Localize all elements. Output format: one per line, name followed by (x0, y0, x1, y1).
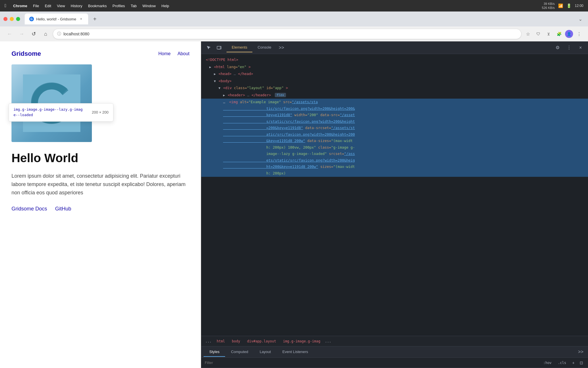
new-tab-button[interactable]: + (90, 15, 99, 23)
github-link[interactable]: GitHub (55, 206, 71, 212)
layout-tab[interactable]: Layout (254, 347, 276, 357)
devtools-settings-button[interactable]: ⚙ (552, 43, 563, 53)
wifi-icon: 📶 (558, 3, 563, 8)
nav-bar: ← → ↺ ⌂ ⓘ localhost:8080 ☆ 🛡 ⊻ 🧩 👤 ⋮ (0, 26, 588, 41)
url-text: localhost:8080 (63, 32, 517, 36)
menubar-window[interactable]: Window (142, 4, 156, 8)
menubar-right: 39 KB/s526 KB/s 📶 🔋 12:00 (542, 2, 583, 10)
filter-bar: :hov .cls + ⊡ (201, 358, 588, 368)
html-head-line[interactable]: ▶ <head> … </head> (201, 70, 588, 78)
extensions-icon[interactable]: 🧩 (555, 30, 563, 38)
devtools-close-button[interactable]: × (575, 43, 586, 53)
svg-rect-2 (218, 49, 220, 49)
browser-tab-active[interactable]: G Hello, world! - Gridsome × (25, 14, 88, 24)
head-triangle[interactable]: ▶ (214, 72, 216, 76)
tab-bar: G Hello, world! - Gridsome × + ⌄ (0, 12, 588, 26)
div-triangle[interactable]: ▼ (218, 86, 220, 90)
devtools-tabs: Elements Console >> (227, 43, 287, 52)
page-footer-links: Gridsome Docs GitHub (11, 206, 189, 212)
inspect-element-button[interactable] (204, 43, 214, 53)
cls-filter-button[interactable]: .cls (556, 360, 568, 365)
html-img-line[interactable]: … <img alt="Example image" src="/assets/… (201, 99, 588, 177)
add-style-button[interactable]: + (570, 360, 577, 366)
devtools-topbar: Elements Console >> ⚙ ⋮ × (201, 41, 588, 54)
menubar-bookmarks[interactable]: Bookmarks (88, 4, 107, 8)
elements-panel[interactable]: <!DOCTYPE html> ▶ <html lang="en" > ▶ <h… (201, 54, 588, 336)
menubar-chrome[interactable]: Chrome (13, 4, 27, 8)
page-paragraph: Lorem ipsum dolor sit amet, consectetur … (11, 172, 189, 197)
address-bar[interactable]: ⓘ localhost:8080 (53, 29, 521, 39)
html-triangle[interactable]: ▶ (209, 65, 211, 69)
window-controls (3, 17, 20, 21)
forward-button[interactable]: → (17, 29, 26, 39)
maximize-window-button[interactable] (16, 17, 20, 21)
page-content: Gridsome Home About img.g-image.g-image-… (0, 41, 201, 368)
devtools-tab-console[interactable]: Console (252, 43, 276, 52)
tooltip-size-text: 200 × 200 (92, 110, 109, 114)
site-title-link[interactable]: Gridsome (11, 50, 41, 57)
flex-badge: flex (275, 93, 286, 97)
bottom-tabs-more[interactable]: >> (576, 349, 586, 354)
computed-tab[interactable]: Computed (225, 347, 254, 357)
html-header-line[interactable]: ▶ <header> … </header> flex (201, 92, 588, 99)
styles-tab[interactable]: Styles (204, 347, 225, 357)
tab-list-button[interactable]: ⌄ (576, 15, 585, 23)
breadcrumb-bar: ... html body div#app.layout img.g-image… (201, 336, 588, 346)
menubar-history[interactable]: History (71, 4, 82, 8)
menubar-view[interactable]: View (57, 4, 65, 8)
sidebar-toggle-button[interactable]: ⊡ (578, 360, 585, 366)
devtools-tab-elements[interactable]: Elements (227, 43, 252, 52)
html-html-line[interactable]: ▶ <html lang="en" > (201, 64, 588, 71)
profile-avatar[interactable]: 👤 (565, 30, 573, 38)
home-button[interactable]: ⌂ (41, 29, 51, 39)
device-toggle-button[interactable] (214, 43, 224, 53)
tab-close-button[interactable]: × (78, 16, 84, 22)
styles-filter-input[interactable] (205, 361, 537, 365)
refresh-button[interactable]: ↺ (29, 29, 38, 39)
menubar-file[interactable]: File (33, 4, 39, 8)
nav-home-link[interactable]: Home (158, 51, 171, 56)
hov-filter-button[interactable]: :hov (541, 360, 554, 365)
chrome-menu-button[interactable]: ⋮ (575, 30, 583, 38)
breadcrumb-div[interactable]: div#app.layout (245, 339, 278, 344)
device-icon (216, 45, 222, 50)
svg-rect-3 (220, 47, 221, 49)
back-button[interactable]: ← (5, 29, 14, 39)
shield-icon[interactable]: 🛡 (534, 30, 543, 38)
breadcrumb-truncated[interactable]: ... (324, 339, 332, 343)
bottom-tabs: Styles Computed Layout Event Listeners >… (201, 346, 588, 358)
html-div-layout-line[interactable]: ▼ <div class="layout" id="app" > (201, 85, 588, 92)
tooltip-class-text: img.g-image.g-image--lazy.g-image--loade… (13, 107, 83, 118)
body-triangle[interactable]: ▼ (214, 79, 216, 83)
breadcrumb-img[interactable]: img.g-image.g-imag (281, 339, 323, 344)
menubar-tab[interactable]: Tab (131, 4, 137, 8)
bookmark-button[interactable]: ☆ (524, 30, 532, 38)
breadcrumb-body[interactable]: body (230, 339, 243, 344)
filter-buttons: :hov .cls + ⊡ (541, 360, 585, 366)
devtools-options-button[interactable]: ⋮ (564, 43, 574, 53)
menubar-profiles[interactable]: Profiles (113, 4, 125, 8)
apple-menu[interactable]:  (5, 3, 6, 8)
menubar:  Chrome File Edit View History Bookmark… (0, 0, 588, 12)
docs-link[interactable]: Gridsome Docs (11, 206, 47, 212)
reader-icon[interactable]: ⊻ (544, 30, 553, 38)
html-doctype-line: <!DOCTYPE html> (201, 56, 588, 64)
header-triangle[interactable]: ▶ (223, 93, 225, 97)
minimize-window-button[interactable] (10, 17, 14, 21)
menubar-edit[interactable]: Edit (45, 4, 51, 8)
devtools-right-icons: ⚙ ⋮ × (552, 43, 586, 53)
devtools-more-tabs[interactable]: >> (276, 45, 287, 50)
breadcrumb-dots[interactable]: ... (204, 339, 213, 343)
html-body-line[interactable]: ▼ <body> (201, 78, 588, 85)
doctype-text: <!DOCTYPE html> (206, 57, 238, 62)
devtools-panel: Elements Console >> ⚙ ⋮ × <!DOCTYPE html… (201, 41, 588, 368)
nav-right-icons: ☆ 🛡 ⊻ 🧩 👤 ⋮ (524, 30, 583, 38)
breadcrumb-html[interactable]: html (214, 339, 227, 344)
cursor-icon (206, 45, 211, 50)
close-window-button[interactable] (3, 17, 7, 21)
event-listeners-tab[interactable]: Event Listeners (276, 347, 314, 357)
nav-about-link[interactable]: About (177, 51, 189, 56)
refresh-icon: ↺ (32, 31, 36, 37)
selected-indicator: … (223, 100, 225, 104)
menubar-help[interactable]: Help (161, 4, 169, 8)
